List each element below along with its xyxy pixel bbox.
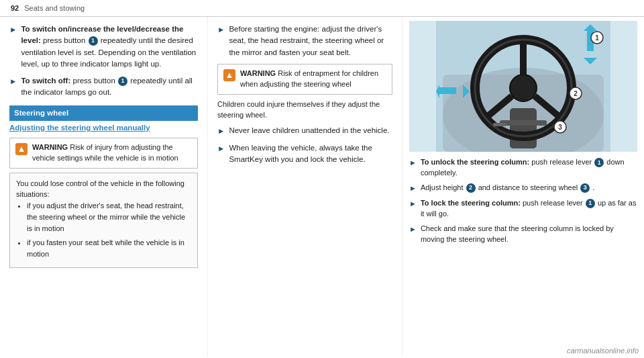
svg-rect-16 <box>439 87 456 94</box>
steering-wheel-image: 1 2 3 <box>409 21 637 152</box>
info-intro: You could lose control of the vehicle in… <box>16 178 191 200</box>
when-leaving-text: When leaving the vehicle, always take th… <box>229 142 392 166</box>
arrow-bullet-2: ► <box>9 76 17 87</box>
svg-rect-23 <box>493 123 506 126</box>
adjust-height-text: Adjust height 2 and distance to steering… <box>421 183 595 193</box>
section-subheader-adjusting: Adjusting the steering wheel manually <box>9 122 198 134</box>
svg-text:1: 1 <box>595 34 599 42</box>
warning-label: WARNING <box>32 143 68 151</box>
svg-point-5 <box>510 75 537 101</box>
bullet-before-start-text: Before starting the engine: adjust the d… <box>229 24 392 58</box>
check-text: Check and make sure that the steering co… <box>421 224 637 245</box>
warning-icon-m: ▲ <box>223 69 235 81</box>
arrow-bullet-1: ► <box>9 24 17 36</box>
bullet-when-leaving: ► When leaving the vehicle, always take … <box>217 142 392 166</box>
arrow-bullet-r3: ► <box>409 199 417 210</box>
arrow-bullet-r2: ► <box>409 183 417 194</box>
circle-num-2: 1 <box>118 77 127 86</box>
unlock-label: To unlock the steering column: <box>421 158 529 166</box>
col-right: 1 2 3 <box>402 17 644 356</box>
arrow-bullet-m2: ► <box>217 126 225 137</box>
arrow-bullet-m1: ► <box>217 24 225 36</box>
bullet-before-start: ► Before starting the engine: adjust the… <box>217 24 392 58</box>
warning-box-injury: ▲ WARNING Risk of injury from adjusting … <box>9 138 198 169</box>
bullet-switch-off: ► To switch off: press button 1 repeated… <box>9 75 198 99</box>
list-item-1: if you adjust the driver's seat, the hea… <box>27 200 191 234</box>
list-item-2: if you fasten your seat belt while the v… <box>27 237 191 260</box>
bullet-adjust-height: ► Adjust height 2 and distance to steeri… <box>409 183 637 194</box>
page-header: 92 Seats and stowing <box>0 0 644 17</box>
bullet-unlock: ► To unlock the steering column: push re… <box>409 157 637 179</box>
col-left: ► To switch on/increase the level/decrea… <box>0 17 208 356</box>
circle-num-1: 1 <box>89 36 98 46</box>
svg-rect-3 <box>510 108 537 148</box>
lock-text: To lock the steering column: push releas… <box>421 198 637 220</box>
arrow-bullet-r1: ► <box>409 158 417 169</box>
bullet-switch-on: ► To switch on/increase the level/decrea… <box>9 24 198 70</box>
steering-svg: 1 2 3 <box>409 21 637 152</box>
right-instructions: ► To unlock the steering column: push re… <box>409 157 637 245</box>
children-note: Children could injure themselves if they… <box>217 99 392 121</box>
col-middle: ► Before starting the engine: adjust the… <box>208 17 402 356</box>
bullet-never-leave: ► Never leave children unattended in the… <box>217 125 392 137</box>
lock-label: To lock the steering column: <box>421 199 521 207</box>
arrow-bullet-r4: ► <box>409 224 417 235</box>
section-title: Seats and stowing <box>24 4 85 12</box>
circle-num-r4: 1 <box>586 199 595 208</box>
warning-box-entrapment: ▲ WARNING Risk of entrapment for childre… <box>217 64 392 95</box>
dot-list: if you adjust the driver's seat, the hea… <box>27 200 191 260</box>
bullet2-label: To switch off: <box>21 77 70 85</box>
warning-label-m: WARNING <box>240 69 276 77</box>
info-box-control: You could lose control of the vehicle in… <box>9 173 198 268</box>
svg-rect-22 <box>500 120 547 126</box>
bullet-lock: ► To lock the steering column: push rele… <box>409 198 637 220</box>
svg-text:2: 2 <box>574 90 578 97</box>
section-header-steering: Steering wheel <box>9 105 198 121</box>
page-content: ► To switch on/increase the level/decrea… <box>0 17 644 356</box>
bullet2-text: To switch off: press button 1 repeatedly… <box>21 75 198 99</box>
warning-text-injury: WARNING Risk of injury from adjusting th… <box>32 142 192 164</box>
bullet-check: ► Check and make sure that the steering … <box>409 224 637 245</box>
warning-icon: ▲ <box>15 143 28 155</box>
circle-num-r2: 2 <box>466 183 476 193</box>
page-number: 92 <box>11 4 19 12</box>
arrow-bullet-m3: ► <box>217 143 225 154</box>
unlock-text: To unlock the steering column: push rele… <box>421 157 637 179</box>
watermark: carmanualsonline.info <box>567 345 639 357</box>
svg-text:3: 3 <box>558 124 562 131</box>
circle-num-r1: 1 <box>594 158 604 167</box>
warning-text-entrapment: WARNING Risk of entrapment for children … <box>240 69 386 90</box>
circle-num-r3: 3 <box>580 183 590 193</box>
never-leave-text: Never leave children unattended in the v… <box>229 125 389 136</box>
bullet1-text: To switch on/increase the level/decrease… <box>21 24 198 70</box>
